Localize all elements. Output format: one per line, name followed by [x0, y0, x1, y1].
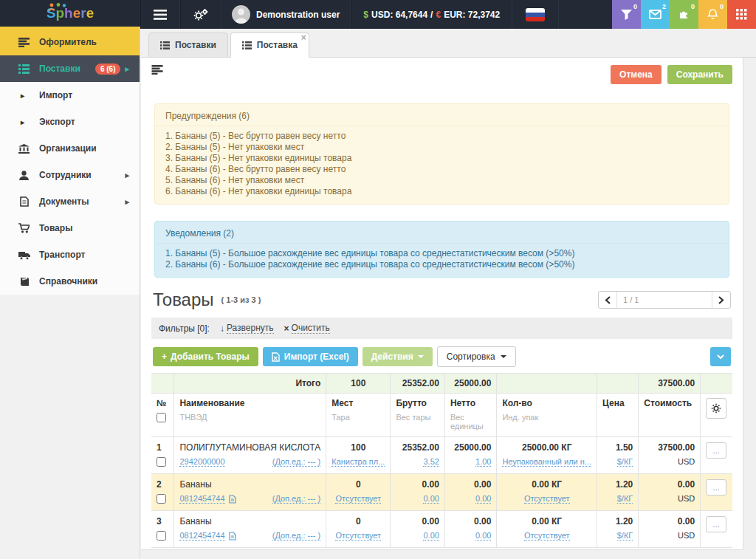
chevron-right-icon — [718, 296, 724, 304]
sidebar-item-transport[interactable]: Транспорт — [0, 241, 140, 268]
sidebar-item-references[interactable]: Справочники — [0, 268, 140, 295]
sidebar-item-documents[interactable]: Документы ▸ — [0, 188, 140, 215]
pager-next-button[interactable] — [712, 292, 730, 308]
ind-pack-link[interactable]: Неупакованный или н... — [502, 457, 591, 467]
russian-flag-icon — [526, 8, 545, 21]
row-num: 3 — [157, 516, 168, 527]
tnved-code-link[interactable]: 2942000000 — [179, 457, 224, 467]
dop-ed-link[interactable]: (Доп.ед.: --- ) — [272, 531, 321, 541]
top-pager: 1 / 1 — [598, 291, 731, 309]
person-icon — [18, 171, 30, 180]
sidebar: Оформитель Поставки 6 (6) ▸ ▸ Импорт ▸ Э… — [0, 29, 140, 559]
arrow-down-icon: ↓ — [220, 323, 224, 334]
filters-expand-link[interactable]: ↓ Развернуть — [220, 323, 274, 334]
sort-dropdown-button[interactable]: Сортировка — [437, 346, 516, 367]
tab-postavki[interactable]: Поставки — [148, 32, 228, 58]
row-checkbox[interactable] — [157, 494, 166, 504]
sidebar-item-organizations[interactable]: Организации — [0, 135, 140, 162]
brutto-value: 25352.00 — [396, 442, 439, 453]
sidebar-item-export[interactable]: ▸ Экспорт — [0, 109, 140, 135]
app-logo[interactable]: Sphere — [0, 0, 140, 29]
sidebar-item-import[interactable]: ▸ Импорт — [0, 82, 140, 109]
table-row: 3 Бананы 0812454744 (Доп.ед.: --- ) 0 От… — [151, 511, 732, 548]
pager-prev-button[interactable] — [599, 292, 616, 308]
actions-dropdown-button[interactable]: Действия — [362, 347, 433, 366]
row-checkbox[interactable] — [157, 457, 166, 467]
dop-ed-link[interactable]: (Доп.ед.: --- ) — [272, 457, 321, 467]
row-more-button[interactable]: ... — [706, 479, 726, 495]
row-checkbox[interactable] — [157, 531, 166, 541]
language-selector[interactable] — [512, 0, 559, 29]
unit-weight-link[interactable]: 0.00 — [475, 494, 491, 504]
sidebar-item-goods[interactable]: Товары — [0, 215, 140, 241]
mest-value: 0 — [331, 516, 385, 527]
tnved-code-link[interactable]: 0812454744 — [179, 494, 224, 504]
unit-weight-link[interactable]: 0.00 — [475, 531, 491, 541]
document-icon[interactable] — [229, 495, 236, 504]
col-qty: Кол-во — [502, 398, 591, 408]
tare-weight-link[interactable]: 0.00 — [423, 531, 439, 541]
pager-page-indicator[interactable]: 1 / 1 — [616, 292, 712, 308]
save-button[interactable]: Сохранить — [667, 65, 732, 84]
tare-weight-link[interactable]: 0.00 — [423, 494, 439, 504]
top-bar: Sphere Demonstration user $ USD: 64,7644… — [0, 0, 756, 29]
col-netto-sub: Вес единицы — [450, 413, 492, 431]
warning-item: 4. Бананы (6) - Вес брутто равен весу не… — [165, 164, 718, 175]
netto-value: 25000.00 — [450, 442, 492, 453]
ind-pack-link[interactable]: Отсутствует — [524, 531, 570, 541]
add-goods-button[interactable]: + Добавить Товары — [153, 347, 258, 366]
package-link[interactable]: Канистра пл... — [331, 457, 385, 467]
product-name: Бананы — [179, 516, 320, 527]
package-link[interactable]: Отсутствует — [335, 494, 381, 504]
import-excel-button[interactable]: Импорт (Excel) — [263, 347, 358, 366]
collapse-panel-button[interactable] — [710, 347, 731, 366]
totals-row: Итого 100 25352.00 25000.00 37500.00 — [151, 374, 732, 394]
totals-netto: 25000.00 — [444, 374, 497, 394]
document-icon[interactable] — [229, 532, 236, 541]
price-unit-link[interactable]: $/КГ — [617, 531, 633, 541]
totals-brutto: 25352.00 — [391, 374, 445, 394]
stacked-bars-icon — [18, 38, 30, 47]
bank-icon — [18, 144, 30, 154]
notifications-button[interactable]: 0 — [698, 0, 727, 29]
sidebar-item-oformitel[interactable]: Оформитель — [0, 29, 140, 55]
gears-icon — [193, 9, 208, 21]
tab-postavka[interactable]: Поставка × — [230, 32, 309, 58]
sidebar-toggle-button[interactable] — [140, 0, 180, 29]
list-icon — [242, 41, 252, 49]
content-panel: Отмена Сохранить Предупреждения (6) 1. Б… — [141, 58, 743, 550]
sidebar-item-label: Транспорт — [39, 250, 85, 260]
table-settings-button[interactable] — [706, 398, 726, 419]
apps-grid-button[interactable] — [727, 0, 756, 29]
row-more-button[interactable]: ... — [706, 516, 726, 532]
price-unit-link[interactable]: $/КГ — [617, 457, 633, 467]
chevron-left-icon — [605, 296, 611, 304]
dop-ed-link[interactable]: (Доп.ед.: --- ) — [272, 494, 321, 504]
ind-pack-link[interactable]: Отсутствует — [524, 494, 570, 504]
bell-icon — [707, 9, 718, 20]
grid-icon — [736, 9, 747, 20]
select-all-checkbox[interactable] — [157, 413, 166, 422]
sidebar-item-postavki[interactable]: Поставки 6 (6) ▸ — [0, 55, 140, 82]
tare-weight-link[interactable]: 3.52 — [423, 457, 439, 467]
tnved-code-link[interactable]: 0812454744 — [179, 531, 224, 541]
section-range: ( 1-3 из 3 ) — [221, 295, 261, 304]
sidebar-item-employees[interactable]: Сотрудники ▸ — [0, 162, 140, 188]
package-link[interactable]: Отсутствует — [335, 531, 381, 541]
logo-figures-icon — [47, 3, 69, 12]
settings-button[interactable] — [180, 0, 221, 29]
messages-button[interactable]: 2 — [641, 0, 670, 29]
sidebar-item-label: Сотрудники — [39, 170, 92, 180]
modules-button[interactable]: 0 — [670, 0, 698, 29]
cancel-button[interactable]: Отмена — [611, 65, 662, 84]
close-icon[interactable]: × — [301, 34, 306, 41]
filters-clear-link[interactable]: × Очистить — [284, 323, 330, 334]
messages-badge: 2 — [662, 3, 666, 10]
price-unit-link[interactable]: $/КГ — [617, 494, 633, 504]
sidebar-item-label: Товары — [39, 223, 72, 233]
unit-weight-link[interactable]: 1.00 — [475, 457, 491, 467]
stacked-bars-icon[interactable] — [151, 65, 163, 75]
user-menu[interactable]: Demonstration user — [221, 0, 351, 29]
row-more-button[interactable]: ... — [706, 442, 726, 459]
filters-button[interactable]: 0 — [612, 0, 641, 29]
